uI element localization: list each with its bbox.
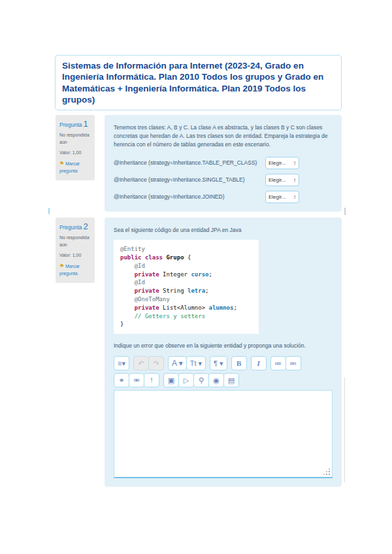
match-item-label: @Inheritance (strategy=Inheritance.JOINE… — [114, 193, 265, 200]
question-number-label: Pregunta — [59, 224, 82, 231]
question-2-prompt: Indique un error que observe en la sigui… — [114, 342, 333, 350]
code-line: @OneToMany — [120, 295, 252, 304]
editor-content-area[interactable] — [114, 390, 333, 478]
select-arrows-icon: ↕ — [293, 177, 296, 183]
code-line: @Id — [120, 262, 252, 270]
toolbar-group: ¶ ▾ — [210, 356, 227, 370]
toolbar-group: ≡▾ — [114, 356, 129, 370]
question-grade: Valor: 1,00 — [59, 150, 91, 155]
match-item-label: @Inheritance (strategy=Inheritance.SINGL… — [114, 176, 265, 183]
toolbar-group: B — [231, 356, 247, 370]
match-rows: @Inheritance (strategy=Inheritance.TABLE… — [114, 157, 333, 203]
question-1-info-panel: Pregunta1 No respondida aún Valor: 1,00 … — [56, 115, 95, 180]
resize-handle-icon[interactable] — [323, 468, 330, 475]
question-1-content: Tenemos tres clases: A, B y C. La clase … — [105, 115, 342, 212]
code-line: private String letra; — [120, 287, 252, 295]
text-editor: ≡▾↶↷A ▾Tt ▾¶ ▾BI≔≕⚭⚮!▣▷⚲◉▤ — [114, 356, 333, 478]
question-number-value: 1 — [84, 119, 88, 129]
code-line: // Getters y setters — [120, 312, 252, 321]
record-video-button[interactable]: ◉ — [208, 373, 224, 387]
flag-question-link[interactable]: ⚑Marcar pregunta — [59, 263, 91, 278]
select-value: Elegir... — [269, 160, 286, 166]
select-value: Elegir... — [269, 177, 286, 183]
answer-select[interactable]: Elegir...↕ — [265, 157, 299, 169]
code-line: } — [120, 320, 252, 329]
question-1: Pregunta1 No respondida aún Valor: 1,00 … — [56, 115, 342, 212]
question-number-value: 2 — [84, 221, 88, 231]
question-number: Pregunta2 — [59, 221, 91, 231]
toolbar-group: ▣▷⚲◉▤ — [163, 373, 239, 387]
redo-icon[interactable]: ↷ — [148, 356, 164, 370]
insert-image-button[interactable]: ▣ — [163, 373, 179, 387]
flag-question-link[interactable]: ⚑Marcar pregunta — [59, 160, 91, 175]
match-row: @Inheritance (strategy=Inheritance.JOINE… — [114, 191, 333, 203]
code-block: @Entitypublic class Grupo { @Id private … — [114, 240, 259, 334]
toolbar-group: ≔≕ — [270, 356, 301, 370]
code-line: private Integer curso; — [120, 270, 252, 279]
question-number: Pregunta1 — [59, 119, 91, 129]
question-2: Pregunta2 No respondida aún Valor: 1,00 … — [56, 218, 342, 487]
toolbar-group: ⚭⚮! — [114, 373, 159, 387]
quiz-page: Sistemas de Información para Internet (2… — [0, 0, 392, 554]
toolbar-expand-button[interactable]: ≡▾ — [114, 356, 129, 370]
paragraph-style-button[interactable]: ¶ ▾ — [210, 356, 227, 370]
manage-files-button[interactable]: ▤ — [223, 373, 239, 387]
select-arrows-icon: ↕ — [293, 160, 296, 166]
question-2-info-panel: Pregunta2 No respondida aún Valor: 1,00 … — [56, 218, 95, 283]
select-arrows-icon: ↕ — [293, 194, 296, 200]
code-line: private List<Alumno> alumnos; — [120, 304, 252, 312]
code-line: @Id — [120, 278, 252, 287]
toolbar-row: ⚭⚮!▣▷⚲◉▤ — [114, 373, 333, 387]
select-value: Elegir... — [269, 194, 286, 200]
match-item-label: @Inheritance (strategy=Inheritance.TABLE… — [114, 159, 265, 166]
toolbar-row: ≡▾↶↷A ▾Tt ▾¶ ▾BI≔≕ — [114, 356, 333, 370]
scroll-tick-mark — [344, 208, 346, 215]
answer-select[interactable]: Elegir...↕ — [265, 191, 299, 203]
question-grade: Valor: 1,00 — [59, 253, 91, 257]
record-audio-button[interactable]: ⚲ — [193, 373, 209, 387]
undo-icon[interactable]: ↶ — [133, 356, 149, 370]
toolbar-group: ↶↷ — [133, 356, 164, 370]
flag-icon: ⚑ — [59, 263, 64, 269]
font-style-button[interactable]: A ▾ — [168, 356, 187, 370]
question-1-text: Tenemos tres clases: A, B y C. La clase … — [114, 123, 333, 150]
insert-media-button[interactable]: ▷ — [178, 373, 194, 387]
code-line: public class Grupo { — [120, 253, 252, 262]
course-header: Sistemas de Información para Internet (2… — [55, 55, 342, 110]
match-row: @Inheritance (strategy=Inheritance.TABLE… — [114, 157, 333, 169]
course-title: Sistemas de Información para Internet (2… — [62, 60, 335, 105]
answer-select[interactable]: Elegir...↕ — [265, 174, 299, 186]
prevent-autolink-button[interactable]: ! — [144, 373, 159, 387]
unordered-list-button[interactable]: ≔ — [270, 356, 286, 370]
italic-button[interactable]: I — [251, 356, 267, 370]
question-status: No respondida aún — [59, 132, 91, 146]
match-row: @Inheritance (strategy=Inheritance.SINGL… — [114, 174, 333, 186]
toolbar-group: A ▾Tt ▾ — [168, 356, 206, 370]
question-2-intro: Sea el siguiente código de una entidad J… — [114, 226, 333, 235]
code-line: @Entity — [120, 245, 252, 253]
question-number-label: Pregunta — [59, 122, 82, 128]
question-2-content: Sea el siguiente código de una entidad J… — [105, 218, 342, 487]
stray-mark — [48, 208, 50, 214]
font-size-button[interactable]: Tt ▾ — [186, 356, 206, 370]
unlink-button[interactable]: ⚮ — [129, 373, 144, 387]
link-button[interactable]: ⚭ — [114, 373, 129, 387]
ordered-list-button[interactable]: ≕ — [286, 356, 301, 370]
question-status: No respondida aún — [59, 235, 91, 249]
toolbar-group: I — [251, 356, 267, 370]
editor-toolbar: ≡▾↶↷A ▾Tt ▾¶ ▾BI≔≕⚭⚮!▣▷⚲◉▤ — [114, 356, 333, 387]
flag-icon: ⚑ — [59, 161, 64, 167]
page-artifact-line — [344, 378, 345, 482]
bold-button[interactable]: B — [231, 356, 247, 370]
